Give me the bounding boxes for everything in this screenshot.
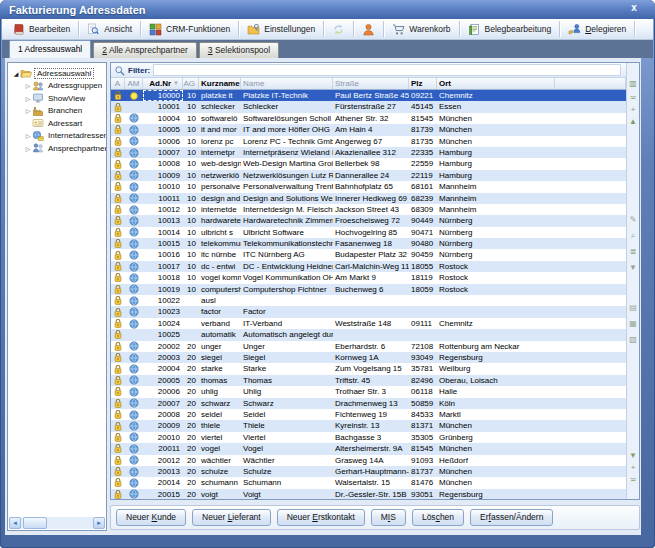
tab-3-selektionspool[interactable]: 3 Selektionspool	[199, 42, 279, 58]
jump-end-icon[interactable]: ≍	[627, 475, 639, 485]
table-row[interactable]: 1000610lorenz pcLorenz PC - Technik GmbH…	[111, 136, 626, 147]
globe-icon	[129, 307, 139, 317]
table-row[interactable]: 2000720schwarzSchwarzDrachmenweg 1350859…	[111, 398, 626, 409]
collapsed-arrow-icon[interactable]: ▷	[24, 82, 32, 89]
scroll-down-icon[interactable]: ▼	[627, 451, 639, 461]
table-row[interactable]: 1000510it and morIT and more Höfler OHGA…	[111, 124, 626, 135]
tree-item-showview[interactable]: ▷ShowView	[10, 92, 106, 105]
column-header-kurzname[interactable]: Kurzname	[199, 78, 241, 89]
scroll-left-icon[interactable]: ◂	[9, 517, 21, 529]
edit-pencil-icon[interactable]: ✎	[627, 215, 639, 225]
column-header-name[interactable]: Name	[241, 78, 333, 89]
toolbar-button-ansicht[interactable]: Ansicht	[80, 19, 139, 39]
rows-icon[interactable]: ≣	[627, 247, 639, 257]
tree-item-adressgruppen[interactable]: ▷Adressgruppen	[10, 80, 106, 93]
collapsed-arrow-icon[interactable]: ▷	[24, 95, 32, 102]
column-header-plz[interactable]: Plz	[409, 78, 437, 89]
toolbar-button-benutzer[interactable]	[355, 19, 382, 39]
cell-name: Softwarelösungen Scholl GmbH	[241, 113, 333, 124]
column-header-adnr[interactable]: Ad.Nr▼	[143, 78, 183, 89]
button-neuer-kunde[interactable]: Neuer Kunde	[116, 509, 186, 526]
button-löschen[interactable]: Löschen	[412, 509, 464, 526]
toolbar-button-einstellungen[interactable]: Einstellungen	[240, 19, 322, 39]
button-neuer-lieferant[interactable]: Neuer Lieferant	[192, 509, 271, 526]
column-header-strasse[interactable]: Straße	[333, 78, 409, 89]
scrollbar-thumb[interactable]	[23, 517, 47, 529]
toolbar-button-belegbearbeitung[interactable]: Belegbearbeitung	[461, 19, 559, 39]
table-row[interactable]: 2000220ungerUngerEberhardstr. 672108Rott…	[111, 341, 626, 352]
scroll-right-icon[interactable]: ▸	[93, 517, 105, 529]
table-row[interactable]: 1000110schleckerSchleckerFürstenstraße 2…	[111, 101, 626, 112]
tree-item-branchen[interactable]: ▷Branchen	[10, 105, 106, 118]
filter-funnel-icon[interactable]: ▼	[627, 263, 639, 273]
tree-item-adressauswahl[interactable]: ◢Adressauswahl	[10, 67, 106, 80]
cell-adnr: 10014	[143, 227, 183, 238]
button-mis[interactable]: MIS	[371, 509, 406, 526]
toolbar-button-crm-funktionen[interactable]: CRM-Funktionen	[142, 19, 237, 39]
collapsed-arrow-icon[interactable]: ▷	[24, 132, 32, 139]
table-row[interactable]: 2001220wächtlerWächtlerGrasweg 14A91093H…	[111, 455, 626, 466]
table-row[interactable]: 2000520thomasThomasTriftstr. 4582496Ober…	[111, 375, 626, 386]
table-row[interactable]: 1001910computershComputershop FichtnerBu…	[111, 284, 626, 295]
table-row[interactable]: 1000910netzwerklöNetzwerklösungen Lutz R…	[111, 170, 626, 181]
table-row[interactable]: 1001210internetdeInternetdesign M. Fleis…	[111, 204, 626, 215]
add-icon[interactable]: +	[627, 463, 639, 473]
table-row[interactable]: 1001110design andDesign and Solutions We…	[111, 193, 626, 204]
toolbar-button-aktualisieren[interactable]	[325, 19, 352, 39]
layout-icon[interactable]: ▤	[627, 303, 639, 313]
table-row[interactable]: 10024verbandIT-VerbandWeststraße 1480911…	[111, 318, 626, 329]
table-row[interactable]: 10025automatikAutomatisch angelegt durch…	[111, 329, 626, 340]
table-row[interactable]: 2001320schulzeSchulzeGerhart-Hauptmann-R…	[111, 466, 626, 477]
tree-item-ansprechpartner[interactable]: ▷Ansprechpartner	[10, 142, 106, 155]
table-row[interactable]: 1000010platzke itPlatzke IT-TechnikPaul …	[111, 90, 626, 101]
table-row[interactable]: 2000620uhligUhligTrothaer Str. 306118Hal…	[111, 386, 626, 397]
tab-1-adressauswahl[interactable]: 1 Adressauswahl	[9, 40, 91, 58]
table-row[interactable]: 2000820seidelSeidelFichtenweg 1984533Mar…	[111, 409, 626, 420]
grid-view-icon[interactable]: ▦	[627, 319, 639, 329]
table-row[interactable]: 2001020viertelViertelBachgasse 335305Grü…	[111, 432, 626, 443]
table-row[interactable]: 1001410ulbricht sUlbricht SoftwareHochvo…	[111, 227, 626, 238]
tree-item-internetadressen[interactable]: ▷Internetadressen	[10, 130, 106, 143]
table-row[interactable]: 1001310hardwareteHardwaretechnik Zimmerm…	[111, 215, 626, 226]
table-row[interactable]: 1000410softwarelöSoftwarelösungen Scholl…	[111, 113, 626, 124]
column-header-ag[interactable]: AG	[183, 78, 199, 89]
table-row[interactable]: 1000810web-designWeb-Design Martina Groß…	[111, 158, 626, 169]
table-row[interactable]: 2001520voigtVoigtDr.-Gessler-Str. 15B930…	[111, 489, 626, 499]
toolbar-button-warenkorb[interactable]: Warenkorb	[385, 19, 457, 39]
table-row[interactable]: 2001120vogelVogelAltersheimerstr. 9A8154…	[111, 443, 626, 454]
table-row[interactable]: 1001810vogel kommVogel Kommunikation OHG…	[111, 272, 626, 283]
toolbar-button-bearbeiten[interactable]: Bearbeiten	[5, 19, 77, 39]
add-row-icon[interactable]: +	[627, 105, 639, 115]
zoom-icon[interactable]: ⌕	[627, 231, 639, 241]
column-header-lock[interactable]: A	[111, 78, 125, 89]
close-icon[interactable]: x	[627, 1, 641, 15]
table-row[interactable]: 2000920thieleThieleKyreinstr. 1381371Mün…	[111, 420, 626, 431]
cell-strasse: Weststraße 148	[333, 318, 409, 329]
collapsed-arrow-icon[interactable]: ▷	[24, 107, 32, 114]
filter-input[interactable]	[153, 64, 621, 76]
table-row[interactable]: 10022ausl	[111, 295, 626, 306]
table-row[interactable]: 1001010personalvePersonalverwaltung Tren…	[111, 181, 626, 192]
tab-2-alle-ansprechpartner[interactable]: 2 Alle Ansprechpartner	[93, 42, 197, 58]
column-chooser-icon[interactable]: ▥	[627, 79, 639, 89]
expanded-arrow-icon[interactable]: ◢	[12, 70, 20, 77]
table-row[interactable]: 1001510telekommunTelekommunikationstechn…	[111, 238, 626, 249]
table-row[interactable]: 2000420starkeStarkeZum Vogelsang 1535781…	[111, 363, 626, 374]
button-neuer-erstkontakt[interactable]: Neuer Erstkontakt	[277, 509, 365, 526]
table-row[interactable]: 1000710internetprInternetpräsenz Wieland…	[111, 147, 626, 158]
table-row[interactable]: 1001710dc - entwiDC - Entwicklung Heidne…	[111, 261, 626, 272]
table-row[interactable]: 2000320siegelSiegelKornweg 1A93049Regens…	[111, 352, 626, 363]
scroll-up-icon[interactable]: ▲	[627, 117, 639, 127]
column-header-ort[interactable]: Ort	[437, 78, 555, 89]
table-row[interactable]: 2001420schumannSchumannWalsertalstr. 158…	[111, 477, 626, 488]
button-erfassen-ändern[interactable]: Erfassen/Ändern	[470, 509, 553, 526]
report-icon[interactable]: ▧	[627, 335, 639, 345]
toolbar-button-delegieren[interactable]: Delegieren	[561, 19, 633, 39]
table-row[interactable]: 10023factorFactor	[111, 306, 626, 317]
scroll-top-icon[interactable]: ≍	[627, 93, 639, 103]
tree-item-adressart[interactable]: Adressart	[10, 117, 106, 130]
column-header-am[interactable]: AM	[125, 78, 143, 89]
tree-horizontal-scrollbar[interactable]: ◂ ▸	[9, 517, 105, 529]
collapsed-arrow-icon[interactable]: ▷	[24, 145, 32, 152]
table-row[interactable]: 1001610itc nürnbeITC Nürnberg AGBudapest…	[111, 249, 626, 260]
